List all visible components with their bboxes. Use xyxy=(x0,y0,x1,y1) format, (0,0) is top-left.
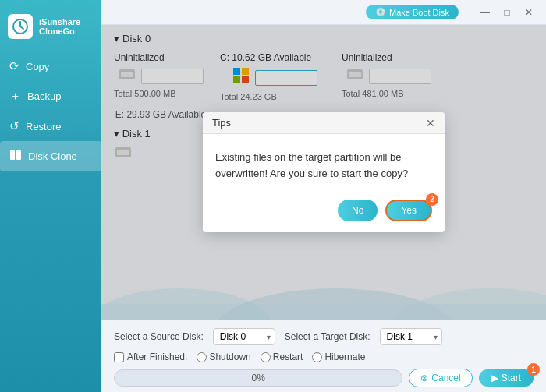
sidebar-item-copy[interactable]: ⟳ Copy xyxy=(0,51,101,81)
modal-header: Tips ✕ xyxy=(203,112,445,134)
close-button[interactable]: ✕ xyxy=(518,4,540,21)
logo-icon xyxy=(8,14,33,39)
sidebar-item-label-backup: Backup xyxy=(27,90,61,102)
maximize-button[interactable]: □ xyxy=(496,4,518,21)
main-content: 💿 Make Boot Disk — □ ✕ ▾ Disk 0 Uninitia… xyxy=(101,0,546,392)
progress-container: 0% xyxy=(114,369,402,387)
svg-rect-2 xyxy=(16,150,21,160)
target-select[interactable]: Disk 1 xyxy=(380,328,442,345)
sidebar: iSunshare CloneGo ⟳ Copy ＋ Backup ↺ Rest… xyxy=(0,0,101,392)
after-finished-checkbox[interactable] xyxy=(114,352,124,362)
copy-icon: ⟳ xyxy=(9,59,20,73)
target-select-wrapper: Disk 1 xyxy=(380,328,442,345)
title-bar: 💿 Make Boot Disk — □ ✕ xyxy=(101,0,546,25)
modal-body: Existing files on the target partition w… xyxy=(203,134,445,193)
hibernate-radio[interactable] xyxy=(312,352,322,362)
app-name: iSunshare CloneGo xyxy=(39,17,80,36)
cancel-button[interactable]: ⊗ Cancel xyxy=(409,369,472,387)
source-select-wrapper: Disk 0 xyxy=(213,328,275,345)
tips-modal: Tips ✕ Existing files on the target part… xyxy=(203,112,445,232)
sidebar-item-label-restore: Restore xyxy=(26,121,62,132)
svg-rect-1 xyxy=(10,150,15,160)
disk-icon: 💿 xyxy=(375,7,386,17)
modal-close-button[interactable]: ✕ xyxy=(426,118,435,129)
radio-group: Shutdown Restart Hibernate xyxy=(197,351,365,362)
bottom-controls: Select a Source Disk: Disk 0 Select a Ta… xyxy=(101,320,546,392)
hibernate-radio-label[interactable]: Hibernate xyxy=(312,351,365,362)
start-badge: 1 xyxy=(527,363,540,376)
start-button[interactable]: ▶ Start xyxy=(479,369,534,387)
modal-overlay: Tips ✕ Existing files on the target part… xyxy=(101,25,546,320)
restart-radio[interactable] xyxy=(261,352,271,362)
modal-no-button[interactable]: No xyxy=(338,200,378,221)
disk-clone-icon xyxy=(9,149,22,164)
after-finished-checkbox-label[interactable]: After Finished: xyxy=(114,351,187,362)
sidebar-item-label-copy: Copy xyxy=(26,61,49,72)
progress-row: 0% ⊗ Cancel ▶ Start 1 xyxy=(114,369,534,387)
sidebar-item-disk-clone[interactable]: Disk Clone xyxy=(0,141,101,171)
source-select[interactable]: Disk 0 xyxy=(213,328,275,345)
modal-yes-wrapper: Yes 2 xyxy=(385,200,432,221)
modal-message: Existing files on the target partition w… xyxy=(215,151,408,179)
disk-area: ▾ Disk 0 Uninitialized xyxy=(101,25,546,320)
source-label: Select a Source Disk: xyxy=(114,331,204,342)
shutdown-radio[interactable] xyxy=(197,352,207,362)
target-label: Select a Target Disk: xyxy=(285,331,370,342)
sidebar-item-backup[interactable]: ＋ Backup xyxy=(0,81,101,111)
modal-footer: No Yes 2 xyxy=(203,193,445,232)
app-logo: iSunshare CloneGo xyxy=(0,8,88,51)
modal-yes-button[interactable]: Yes xyxy=(385,200,432,221)
source-target-row: Select a Source Disk: Disk 0 Select a Ta… xyxy=(114,328,534,345)
make-boot-button[interactable]: 💿 Make Boot Disk xyxy=(366,5,459,19)
sidebar-item-restore[interactable]: ↺ Restore xyxy=(0,111,101,141)
cancel-icon: ⊗ xyxy=(420,373,428,383)
restart-radio-label[interactable]: Restart xyxy=(261,351,303,362)
modal-title: Tips xyxy=(212,117,231,129)
play-icon: ▶ xyxy=(491,373,498,383)
backup-icon: ＋ xyxy=(9,89,21,104)
restore-icon: ↺ xyxy=(9,119,20,133)
minimize-button[interactable]: — xyxy=(474,4,496,21)
start-button-wrapper: ▶ Start 1 xyxy=(479,369,534,387)
shutdown-radio-label[interactable]: Shutdown xyxy=(197,351,250,362)
progress-percent: 0% xyxy=(114,369,402,387)
yes-badge: 2 xyxy=(426,193,438,206)
sidebar-item-label-disk-clone: Disk Clone xyxy=(28,150,77,162)
after-finished-row: After Finished: Shutdown Restart Hiberna… xyxy=(114,351,534,362)
